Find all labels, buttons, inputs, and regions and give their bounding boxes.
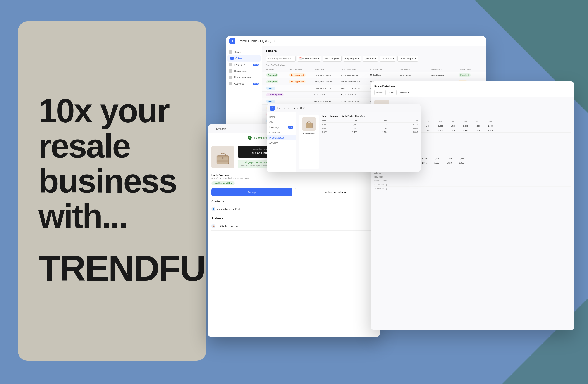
price-cell: 1,760 [447,125,459,127]
col-condition: CONDITION [459,69,481,71]
price-cell: 1,800 [459,125,472,127]
detail-row: 1,3701,4951,5201,345 [322,130,418,134]
price-title: Price Database [374,85,571,88]
count-text: 20-40 of 108 offers [262,63,486,68]
col-mm2: MM [447,121,459,123]
right-area: T Trendful Demo - HQ (US) ▾ Home Offers … [208,14,574,371]
period-filter[interactable]: 📅 Period: All time ▾ [297,56,321,61]
table-row[interactable]: Accepted Item approved Feb 18, 2023 11:4… [262,72,486,78]
price-cell: 1,495 [459,129,472,131]
overlay-main: Hermès Kelly Item — Jacquelyn de la Part… [296,112,420,172]
page-title: Offers [266,49,482,53]
brand-filter[interactable]: Brand ▾ [374,90,386,95]
bag-svg [304,119,314,129]
price-cell: 1,375 [484,129,497,131]
sidebar-item-home[interactable]: Home [226,49,262,55]
price-cell: 1,370 [472,125,484,127]
overlay-sidebar-home[interactable]: Home [267,115,296,120]
sidebar-item-inventory[interactable]: Inventory New [226,61,262,68]
overlay-layout: Home Offers Inventory New Customers Pric… [267,112,420,172]
contact-person-icon: 👤 [211,207,215,211]
sidebar-price-label: Price database [234,76,252,79]
step1-label: Find Your Item [253,136,268,139]
left-panel: 10x your resale business with... TRENDFU… [18,21,206,361]
quote-filter[interactable]: Quote: All ▾ [363,56,378,61]
col-pm3: PM [484,121,497,123]
detail-row: SIZEGMMMPM [322,119,418,123]
sidebar-item-price-database[interactable]: Price database [226,74,262,80]
svg-rect-8 [217,160,228,161]
price-cell: 1,800 [434,129,447,131]
col-pm: PM [422,121,434,123]
contact-row: 👤 Jacquelyn de la Parte Edit [211,205,376,213]
lv-bag-svg [215,149,231,165]
processing-filter[interactable]: Processing: All ▾ [398,56,418,61]
condition-badge: Excellent condition [211,181,235,185]
store-name: Trendful Demo - HQ (US) [238,39,271,43]
col-address: ADDRESS [400,69,431,71]
filter-bar: 📅 Period: All time ▾ Status: Open ▾ Ship… [266,56,482,61]
item-name: Louis Vuitton [211,174,376,177]
brand-name: TRENDFUL [39,248,186,289]
activities-badge: New [253,82,259,85]
col-created: CREATED [314,69,341,71]
headline-line2: resale [39,128,186,164]
price-header: Price Database Brand ▾ Line ▾ Material ▾ [371,81,574,97]
svg-rect-2 [306,125,312,125]
overlay-sidebar-offers[interactable]: Offers [267,120,296,125]
accept-button[interactable]: Accept [211,188,293,196]
overlay-details: Item — Jacquelyn de la Parte / Hermès ↑ … [322,115,418,169]
col-processing: PROCESSING [289,69,314,71]
col-updated: LAST UPDATED [341,69,370,71]
headline-line4: with... [39,199,186,234]
svg-rect-7 [217,159,228,159]
chevron-down-icon: ▾ [274,40,275,42]
status-filter[interactable]: Status: Open ▾ [322,56,341,61]
table-header: QUOTE PROCESSING CREATED LAST UPDATED CU… [262,68,486,72]
customers-icon [229,69,232,73]
sidebar-item-activities[interactable]: Activities New [226,80,262,87]
overlay-sidebar-inventory[interactable]: Inventory New [267,125,296,130]
headline-line3: business [39,164,186,199]
sidebar-item-customers[interactable]: Customers [226,68,262,74]
address-item: New York [374,175,571,179]
svg-point-10 [222,157,224,159]
overlay-topbar: T Trendful Demo - HQ USD [267,104,420,112]
contacts-title: Contacts [211,199,376,203]
price-database-icon [229,76,232,79]
headline-line1: 10x your [39,93,186,128]
book-consultation-button[interactable]: Book a consultation [295,188,376,196]
trendful-logo: T [230,38,235,44]
line-filter[interactable]: Line ▾ [387,90,397,95]
overlay-bag-image [302,117,316,131]
price-cell: 1,380 [472,129,484,131]
address-item: St.Petersburg [374,187,571,191]
shipping-filter[interactable]: Shipping: All ▾ [343,56,361,61]
item-description: Neverfull Tote Tote|Noir × Tote|Noir × M… [211,177,376,179]
inventory-icon [229,63,232,66]
overlay-sidebar-activities[interactable]: Activities [267,140,296,146]
overlay-sidebar-customers[interactable]: Customers [267,130,296,135]
overlay-sidebar-price[interactable]: Price database [267,135,296,140]
col-pm2: PM [459,121,472,123]
sidebar-activities-label: Activities [234,82,244,85]
action-row: Accept Book a consultation [211,188,376,196]
overlay-sidebar: Home Offers Inventory New Customers Pric… [267,112,296,172]
search-input[interactable] [266,56,295,61]
svg-rect-3 [306,126,312,126]
headline: 10x your resale business with... [39,93,186,234]
overlay-breadcrumb: Item — Jacquelyn de la Parte / Hermès ↑ [322,115,418,117]
price-cell: 1,495 [484,125,497,127]
payout-filter[interactable]: Payout: All ▾ [379,56,396,61]
material-filter[interactable]: Material ▾ [398,90,411,95]
sidebar-offers-label: Offers [235,57,242,60]
step-find-item: ✓ Find Your Item [248,136,268,140]
my-offers-tab[interactable]: ‹ < My offers [211,124,227,133]
address-left: 🏠 16497 Acoustic Loop [211,224,240,228]
sidebar-item-offers[interactable]: Offers [227,55,260,61]
overlay-logo: T [270,106,275,111]
address-title: Address [211,217,376,220]
address-home-icon: 🏠 [211,224,215,228]
col-gm3: GM [472,121,484,123]
address-row: 🏠 16497 Acoustic Loop Edit [211,222,376,231]
